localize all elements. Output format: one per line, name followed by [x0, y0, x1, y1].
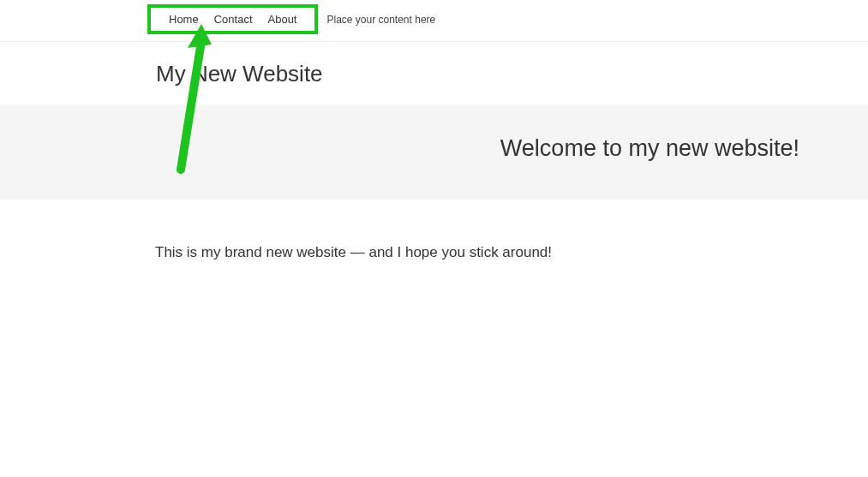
site-title: My New Website: [0, 42, 868, 104]
nav-item-contact[interactable]: Contact: [207, 13, 260, 26]
body-intro-text: This is my brand new website — and I hop…: [0, 200, 868, 261]
nav-item-about[interactable]: About: [260, 13, 305, 26]
nav-box-highlight: Home Contact About: [147, 4, 318, 34]
hero-heading: Welcome to my new website!: [500, 135, 799, 162]
hero-banner: Welcome to my new website!: [0, 104, 868, 200]
nav-placeholder-hint: Place your content here: [326, 14, 435, 26]
nav-item-home[interactable]: Home: [161, 13, 207, 26]
nav-row: Home Contact About Place your content he…: [0, 0, 868, 42]
